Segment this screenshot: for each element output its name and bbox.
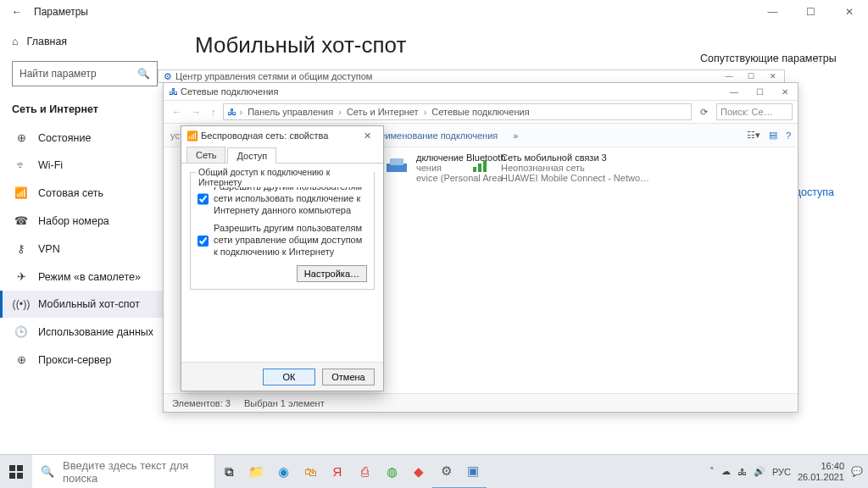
ics-group: Общий доступ к подключению к Интернету Р… xyxy=(190,172,375,290)
store-icon[interactable]: 🛍 xyxy=(297,455,324,489)
app-icon-1[interactable]: ◍ xyxy=(378,455,405,489)
sidebar-item-proxy[interactable]: ⊕Прокси-сервер xyxy=(0,346,170,374)
maximize-button[interactable]: ☐ xyxy=(792,0,830,24)
svg-rect-4 xyxy=(9,473,15,479)
category-title: Сеть и Интернет xyxy=(0,95,170,124)
clock-time: 16:40 xyxy=(798,461,844,472)
close-button[interactable]: ✕ xyxy=(356,127,378,144)
maximize-button[interactable]: ☐ xyxy=(747,83,772,100)
sidebar-item-data-usage[interactable]: 🕒Использование данных xyxy=(0,318,170,346)
cancel-button[interactable]: Отмена xyxy=(322,369,375,385)
back-icon[interactable]: ← xyxy=(12,6,22,18)
address-bar: ← → ↑ 🖧 › Панель управления › Сеть и Инт… xyxy=(164,100,798,124)
tab-network[interactable]: Сеть xyxy=(186,147,225,163)
nav-back[interactable]: ← xyxy=(169,107,185,117)
tab-sharing[interactable]: Доступ xyxy=(227,147,276,164)
office-icon[interactable]: ⎙ xyxy=(351,455,378,489)
connection-name: Сеть мобильной связи 3 xyxy=(501,152,649,163)
search-placeholder: Найти параметр xyxy=(19,68,97,80)
vpn-icon: ⚷ xyxy=(14,242,28,255)
crumb-connections[interactable]: Сетевые подключения xyxy=(430,107,531,117)
wifi-icon: 📶 xyxy=(186,130,198,141)
network-sharing-center-window[interactable]: ⚙ Центр управления сетями и общим доступ… xyxy=(158,69,785,83)
nc-titlebar: 🖧 Сетевые подключения — ☐ ✕ xyxy=(164,83,798,100)
search-placeholder: Введите здесь текст для поиска xyxy=(63,459,206,485)
maximize-button[interactable]: ☐ xyxy=(740,70,762,82)
svg-rect-3 xyxy=(17,465,23,471)
explorer-icon[interactable]: 📁 xyxy=(242,455,270,489)
sidebar-item-wifi[interactable]: ᯤWi-Fi xyxy=(0,152,170,179)
svg-rect-2 xyxy=(9,465,15,471)
clock[interactable]: 16:40 26.01.2021 xyxy=(798,461,844,482)
connection-device: HUAWEI Mobile Connect - Netwo… xyxy=(501,173,649,183)
sidebar-item-hotspot[interactable]: ((•))Мобильный хот-спот xyxy=(0,291,170,318)
crumb-control-panel[interactable]: Панель управления xyxy=(246,107,335,117)
network-tray-icon[interactable]: 🖧 xyxy=(737,467,747,477)
close-button[interactable]: ✕ xyxy=(762,70,784,82)
tray-up-icon[interactable]: ˄ xyxy=(709,466,715,477)
ok-button[interactable]: ОК xyxy=(263,369,315,385)
close-button[interactable]: ✕ xyxy=(772,83,798,100)
sidebar-item-cellular[interactable]: 📶Сотовая сеть xyxy=(0,179,170,207)
sidebar-item-airplane[interactable]: ✈Режим «в самолете» xyxy=(0,263,170,291)
task-view-icon[interactable]: ⧉ xyxy=(215,455,242,489)
preview-pane-icon[interactable]: ▤ xyxy=(769,130,777,141)
sidebar-item-dialup[interactable]: ☎Набор номера xyxy=(0,207,170,235)
sidebar-item-status[interactable]: ⊕Состояние xyxy=(0,124,170,152)
home-link[interactable]: ⌂ Главная xyxy=(0,30,170,53)
toolbar-overflow[interactable]: » xyxy=(513,130,518,141)
home-icon: ⌂ xyxy=(12,36,19,47)
wifi-properties-dialog[interactable]: 📶 Беспроводная сеть: свойства ✕ Сеть Дос… xyxy=(181,125,384,391)
breadcrumb[interactable]: 🖧 › Панель управления › Сеть и Интернет … xyxy=(223,103,693,120)
selection-count: Выбран 1 элемент xyxy=(244,398,325,408)
settings-titlebar: ← Параметры — ☐ ✕ xyxy=(0,0,868,24)
minimize-button[interactable]: — xyxy=(754,0,792,24)
connection-cellular[interactable]: Сеть мобильной связи 3 Неопознанная сеть… xyxy=(469,152,649,183)
control-panel-taskbar-icon[interactable]: ▣ xyxy=(459,455,487,489)
windows-icon xyxy=(9,465,23,479)
dialup-icon: ☎ xyxy=(14,214,28,227)
app-icon-2[interactable]: ◆ xyxy=(405,455,432,489)
edge-icon[interactable]: ◉ xyxy=(270,455,297,489)
sidebar-item-label: VPN xyxy=(38,243,60,255)
sidebar-item-vpn[interactable]: ⚷VPN xyxy=(0,235,170,263)
sidebar-item-label: Прокси-сервер xyxy=(38,354,111,366)
allow-sharing-input[interactable] xyxy=(198,182,209,216)
refresh-button[interactable]: ⟳ xyxy=(695,107,713,118)
close-button[interactable]: ✕ xyxy=(830,0,868,24)
sidebar-item-label: Состояние xyxy=(38,132,91,144)
help-icon[interactable]: ? xyxy=(786,130,791,141)
dialog-footer: ОК Отмена xyxy=(181,362,383,391)
svg-rect-1 xyxy=(390,158,403,165)
start-button[interactable] xyxy=(0,455,32,489)
search-input[interactable]: Найти параметр 🔍 xyxy=(12,61,158,86)
wifi-icon: ᯤ xyxy=(14,159,28,171)
allow-control-input[interactable] xyxy=(198,224,209,258)
view-options-icon[interactable]: ☷▾ xyxy=(747,130,760,141)
allow-control-checkbox[interactable]: Разрешить другим пользователям сети упра… xyxy=(198,223,367,258)
airplane-icon: ✈ xyxy=(14,270,28,283)
explorer-search[interactable]: Поиск: Се… xyxy=(716,103,793,120)
settings-button[interactable]: Настройка… xyxy=(297,265,367,282)
volume-icon[interactable]: 🔊 xyxy=(754,466,765,477)
minimize-button[interactable]: — xyxy=(721,83,747,100)
nc-title: Сетевые подключения xyxy=(181,86,278,97)
nav-up[interactable]: ↑ xyxy=(208,107,220,117)
proxy-icon: ⊕ xyxy=(14,353,28,366)
home-label: Главная xyxy=(27,36,68,47)
language-indicator[interactable]: РУС xyxy=(772,467,791,477)
cloud-icon[interactable]: ☁ xyxy=(721,466,731,477)
minimize-button[interactable]: — xyxy=(718,70,740,82)
settings-taskbar-icon[interactable]: ⚙ xyxy=(432,455,459,489)
sidebar-item-label: Набор номера xyxy=(38,215,109,227)
yandex-icon[interactable]: Я xyxy=(324,455,351,489)
taskbar-search[interactable]: 🔍 Введите здесь текст для поиска xyxy=(32,455,215,489)
crumb-network[interactable]: Сеть и Интернет xyxy=(345,107,420,117)
nav-forward[interactable]: → xyxy=(188,107,204,117)
tab-strip: Сеть Доступ xyxy=(181,145,383,164)
sidebar-item-label: Режим «в самолете» xyxy=(38,271,141,283)
action-center-icon[interactable]: 💬 xyxy=(851,466,863,477)
allow-control-label: Разрешить другим пользователям сети упра… xyxy=(214,223,367,258)
sharing-panel: Общий доступ к подключению к Интернету Р… xyxy=(181,164,383,362)
dialog-title: Беспроводная сеть: свойства xyxy=(201,130,328,141)
